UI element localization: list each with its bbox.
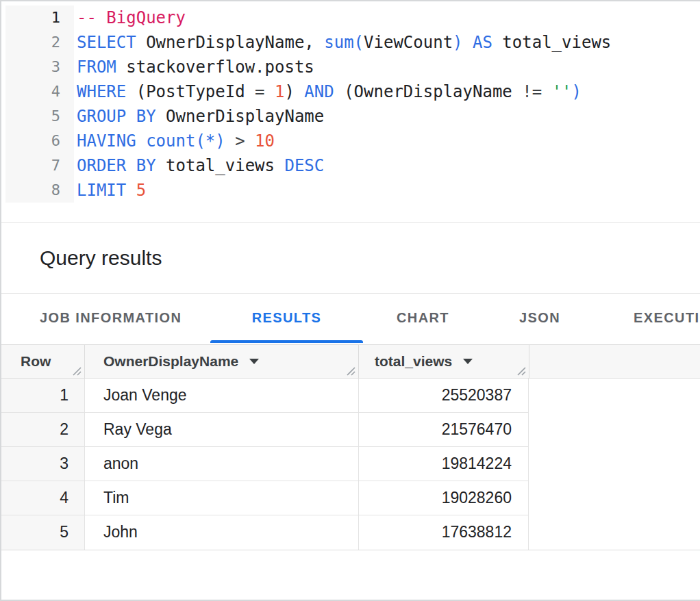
- code-token-keyword: ): [572, 82, 582, 101]
- code-token-plain: [126, 181, 136, 200]
- code-line-2[interactable]: SELECT OwnerDisplayName, sum(ViewCount) …: [77, 30, 611, 55]
- results-table: Row OwnerDisplayName total_views 1Joan V…: [1, 344, 700, 550]
- bigquery-query-panel: 12345678 -- BigQuerySELECT OwnerDisplayN…: [0, 0, 700, 601]
- code-token-string: '': [552, 82, 572, 101]
- total-views-cell[interactable]: 17638812: [358, 515, 529, 550]
- table-row: 1Joan Venge25520387: [1, 379, 529, 413]
- code-token-plain: [463, 33, 473, 52]
- row-number-cell: 2: [1, 413, 84, 446]
- code-token-keyword: AND: [304, 82, 334, 101]
- code-token-plain: total_views: [156, 156, 285, 175]
- column-header-total-views[interactable]: total_views: [358, 345, 529, 378]
- line-number-8: 8: [5, 178, 74, 203]
- sql-editor[interactable]: 12345678 -- BigQuerySELECT OwnerDisplayN…: [1, 1, 700, 223]
- line-number-5: 5: [5, 104, 74, 129]
- code-token-keyword: HAVING: [77, 131, 136, 151]
- code-token-plain: [265, 82, 275, 101]
- code-line-4[interactable]: WHERE (PostTypeId = 1) AND (OwnerDisplay…: [77, 79, 611, 104]
- table-row: 5John17638812: [1, 515, 529, 550]
- tab-json[interactable]: JSON: [519, 294, 560, 342]
- code-token-keyword: sum(: [324, 33, 364, 52]
- code-token-operator: =: [255, 82, 264, 101]
- query-results-section: Query results: [1, 223, 700, 294]
- code-token-plain: total_views: [492, 33, 611, 52]
- code-token-keyword: DESC: [284, 156, 324, 175]
- code-token-keyword: LIMIT: [77, 181, 126, 200]
- total-views-cell[interactable]: 25520387: [358, 379, 529, 412]
- table-body: 1Joan Venge255203872Ray Vega215764703ano…: [1, 379, 700, 550]
- owner-display-name-cell[interactable]: Joan Venge: [84, 379, 358, 412]
- total-views-cell[interactable]: 19028260: [358, 481, 529, 515]
- table-bottom-border: [1, 550, 700, 550]
- column-dropdown-icon[interactable]: [463, 359, 473, 364]
- column-header-row-label: Row: [21, 353, 51, 370]
- code-token-keyword: WHERE: [77, 82, 126, 101]
- code-line-5[interactable]: GROUP BY OwnerDisplayName: [77, 104, 611, 129]
- line-number-6: 6: [5, 129, 74, 153]
- line-number-4: 4: [5, 79, 74, 104]
- total-views-cell[interactable]: 21576470: [358, 413, 529, 446]
- code-token-plain: stackoverflow.posts: [116, 57, 314, 77]
- code-token-plain: OwnerDisplayName,: [136, 33, 325, 52]
- column-header-ownerdisplayname-label: OwnerDisplayName: [103, 353, 238, 370]
- column-header-row[interactable]: Row: [1, 345, 84, 378]
- editor-code-area[interactable]: -- BigQuerySELECT OwnerDisplayName, sum(…: [77, 5, 611, 203]
- column-resize-grip-icon[interactable]: [517, 367, 526, 376]
- line-number-2: 2: [5, 30, 74, 55]
- code-token-keyword: AS: [473, 33, 492, 52]
- code-token-operator: >: [235, 131, 245, 151]
- owner-display-name-cell[interactable]: Ray Vega: [84, 413, 358, 446]
- code-line-7[interactable]: ORDER BY total_views DESC: [77, 153, 611, 178]
- column-resize-grip-icon[interactable]: [347, 367, 355, 376]
- code-line-3[interactable]: FROM stackoverflow.posts: [77, 55, 611, 79]
- table-row: 3anon19814224: [1, 447, 529, 481]
- code-token-keyword: SELECT: [77, 33, 136, 52]
- tab-job-information[interactable]: JOB INFORMATION: [40, 294, 182, 342]
- owner-display-name-cell[interactable]: John: [84, 515, 358, 550]
- column-header-total-views-label: total_views: [375, 353, 452, 370]
- code-token-number: 1: [275, 82, 284, 101]
- code-token-plain: OwnerDisplayName: [156, 107, 325, 126]
- results-tab-bar: JOB INFORMATION RESULTS CHART JSON EXECU…: [1, 294, 700, 344]
- code-token-plain: [136, 131, 146, 151]
- table-header-row: Row OwnerDisplayName total_views: [1, 344, 700, 379]
- code-token-keyword: ORDER BY: [77, 156, 156, 175]
- code-token-plain: ViewCount: [364, 33, 453, 52]
- code-line-6[interactable]: HAVING count(*) > 10: [77, 129, 611, 153]
- column-header-ownerdisplayname[interactable]: OwnerDisplayName: [84, 345, 358, 378]
- row-number-cell: 5: [1, 515, 84, 550]
- code-line-8[interactable]: LIMIT 5: [77, 178, 611, 203]
- line-number-1: 1: [5, 5, 74, 30]
- code-token-plain: (PostTypeId: [126, 82, 255, 101]
- tab-results[interactable]: RESULTS: [210, 294, 363, 342]
- page-title: Query results: [40, 246, 162, 270]
- line-number-7: 7: [5, 153, 74, 178]
- row-number-cell: 3: [1, 447, 84, 481]
- owner-display-name-cell[interactable]: Tim: [84, 481, 358, 515]
- total-views-cell[interactable]: 19814224: [358, 447, 529, 481]
- code-token-number: 5: [136, 181, 146, 200]
- code-line-1[interactable]: -- BigQuery: [77, 5, 611, 30]
- code-token-keyword: GROUP BY: [77, 107, 156, 126]
- code-token-plain: (OwnerDisplayName: [334, 82, 523, 101]
- row-number-cell: 1: [1, 379, 84, 412]
- table-row: 4Tim19028260: [1, 481, 529, 515]
- column-dropdown-icon[interactable]: [249, 359, 259, 364]
- code-token-plain: [225, 131, 235, 151]
- code-token-keyword: FROM: [77, 57, 116, 77]
- table-row: 2Ray Vega21576470: [1, 413, 529, 447]
- active-tab-indicator: [210, 340, 363, 343]
- code-token-plain: [542, 82, 551, 101]
- code-token-keyword: ): [453, 33, 462, 52]
- owner-display-name-cell[interactable]: anon: [84, 447, 358, 481]
- code-token-comment: -- BigQuery: [77, 8, 186, 27]
- tab-execution-details[interactable]: EXECUTION DETAILS: [634, 294, 700, 342]
- code-token-plain: ): [284, 82, 304, 101]
- code-token-operator: !=: [522, 82, 542, 101]
- code-token-keyword: count(*): [146, 131, 225, 151]
- row-number-cell: 4: [1, 481, 84, 515]
- column-resize-grip-icon[interactable]: [73, 367, 82, 376]
- tab-chart[interactable]: CHART: [397, 294, 449, 342]
- code-token-number: 10: [255, 131, 275, 151]
- code-token-plain: [245, 131, 255, 151]
